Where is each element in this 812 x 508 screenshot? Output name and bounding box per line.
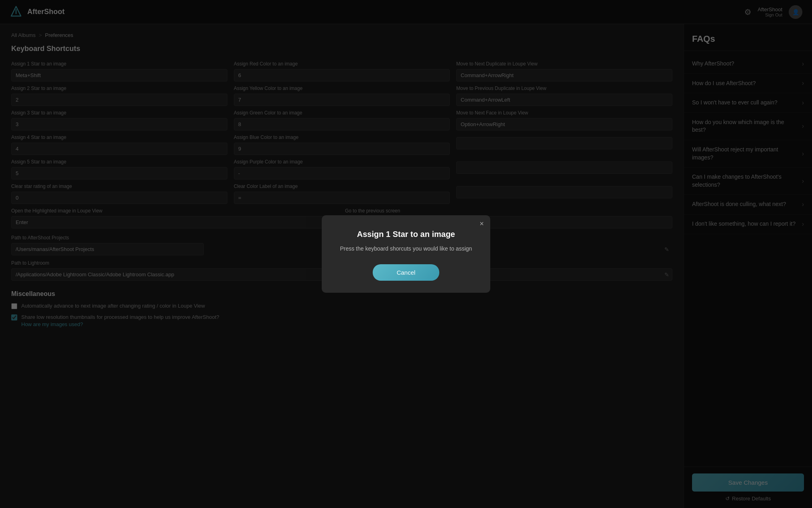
modal-box: × Assign 1 Star to an image Press the ke… bbox=[322, 215, 490, 293]
modal-description: Press the keyboard shorcuts you would li… bbox=[338, 245, 474, 253]
modal-cancel-button[interactable]: Cancel bbox=[373, 264, 440, 281]
modal-close-button[interactable]: × bbox=[479, 220, 484, 227]
modal-overlay[interactable]: × Assign 1 Star to an image Press the ke… bbox=[0, 0, 812, 508]
modal-title: Assign 1 Star to an image bbox=[338, 230, 474, 239]
